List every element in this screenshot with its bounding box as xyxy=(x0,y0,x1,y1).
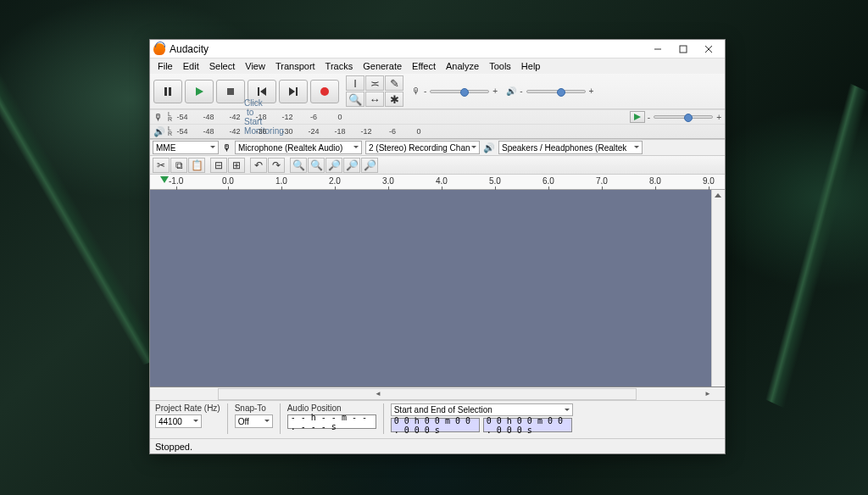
menu-effect[interactable]: Effect xyxy=(407,59,441,73)
recording-channels-combo[interactable]: 2 (Stereo) Recording Chan xyxy=(365,141,480,154)
envelope-tool-icon[interactable]: ≍ xyxy=(365,75,384,91)
audio-position-label: Audio Position xyxy=(287,403,376,413)
selection-end-input[interactable]: 0 0 h 0 0 m 0 0 . 0 0 0 s xyxy=(483,418,572,432)
app-icon xyxy=(153,43,165,55)
menu-select[interactable]: Select xyxy=(204,59,241,73)
redo-icon[interactable]: ↷ xyxy=(268,158,285,173)
selection-tool-icon[interactable]: I xyxy=(346,75,364,91)
svg-marker-13 xyxy=(634,114,641,120)
copy-icon[interactable]: ⧉ xyxy=(170,158,187,173)
recording-device-combo[interactable]: Microphone (Realtek Audio) xyxy=(235,141,362,154)
trim-icon[interactable]: ⊟ xyxy=(210,158,227,173)
audio-host-combo[interactable]: MME xyxy=(153,141,219,154)
snap-to-label: Snap-To xyxy=(235,403,273,413)
zoom-sel-icon[interactable]: 🔎 xyxy=(326,158,342,173)
menu-bar: File Edit Select View Transport Tracks G… xyxy=(150,58,725,74)
cut-icon[interactable]: ✂ xyxy=(153,158,170,173)
menu-file[interactable]: File xyxy=(153,59,178,73)
play-speed-slider[interactable]: - + xyxy=(648,113,721,122)
title-bar: Audacity xyxy=(150,40,725,58)
svg-marker-6 xyxy=(196,87,203,96)
record-button[interactable] xyxy=(310,80,339,103)
playback-volume-slider[interactable]: 🔊 - + xyxy=(506,86,593,96)
status-bar: Stopped. xyxy=(150,438,725,453)
silence-icon[interactable]: ⊞ xyxy=(228,158,245,173)
playback-meter[interactable]: 🔊 LR -54 -48 -42 -36 -30 -24 -18 -12 -6 … xyxy=(150,124,725,138)
tools-toolbar: I ≍ ✎ 🔍 ↔ ✱ xyxy=(346,75,403,107)
track-area[interactable] xyxy=(150,190,725,387)
rec-volume-track[interactable] xyxy=(430,90,489,93)
lr-label: LR xyxy=(168,126,172,136)
recording-meter[interactable]: 🎙 LR -54 -48 -42 Click to Start Monitori… xyxy=(150,109,725,124)
device-toolbar: MME 🎙 Microphone (Realtek Audio) 2 (Ster… xyxy=(150,139,725,156)
svg-rect-7 xyxy=(227,88,234,95)
snap-to-combo[interactable]: Off xyxy=(235,414,273,428)
zoom-out-icon[interactable]: 🔍 xyxy=(308,158,325,173)
play-at-speed-button[interactable] xyxy=(630,111,645,123)
zoom-tool-icon[interactable]: 🔍 xyxy=(346,92,364,107)
audio-position-display[interactable]: - - h - - m - - . - - - s xyxy=(287,414,376,429)
speaker-icon: 🔊 xyxy=(506,86,516,96)
mic-icon: 🎙 xyxy=(412,86,420,96)
menu-view[interactable]: View xyxy=(240,59,270,73)
menu-transport[interactable]: Transport xyxy=(270,59,320,73)
menu-tracks[interactable]: Tracks xyxy=(320,59,359,73)
menu-edit[interactable]: Edit xyxy=(178,59,204,73)
play-meter-scale: -54 -48 -42 -36 -30 -24 -18 -12 -6 0 xyxy=(176,127,721,136)
svg-marker-9 xyxy=(260,87,266,96)
minimize-button[interactable] xyxy=(645,41,670,58)
svg-rect-1 xyxy=(680,46,687,53)
svg-rect-11 xyxy=(296,87,298,96)
multi-tool-icon[interactable]: ✱ xyxy=(385,92,403,107)
svg-marker-10 xyxy=(289,87,295,96)
transport-toolbar-row: I ≍ ✎ 🔍 ↔ ✱ 🎙 - + 🔊 - + xyxy=(150,74,725,109)
lr-label: LR xyxy=(168,112,172,122)
project-rate-group: Project Rate (Hz) 44100 xyxy=(155,403,220,428)
svg-rect-5 xyxy=(169,87,171,96)
maximize-button[interactable] xyxy=(670,41,696,58)
undo-icon[interactable]: ↶ xyxy=(250,158,267,173)
status-text: Stopped. xyxy=(155,442,192,452)
playhead-marker-icon[interactable] xyxy=(160,176,169,187)
menu-analyze[interactable]: Analyze xyxy=(441,59,484,73)
audacity-window: Audacity File Edit Select View Transport… xyxy=(149,39,726,454)
menu-generate[interactable]: Generate xyxy=(358,59,407,73)
pause-button[interactable] xyxy=(153,80,182,103)
recording-volume-slider[interactable]: 🎙 - + xyxy=(412,86,498,96)
svg-rect-8 xyxy=(258,87,259,96)
vertical-scrollbar[interactable] xyxy=(711,190,725,387)
close-button[interactable] xyxy=(696,41,721,58)
mic-icon: 🎙 xyxy=(153,112,165,122)
toolbar-area: I ≍ ✎ 🔍 ↔ ✱ 🎙 - + 🔊 - + 🎙 xyxy=(150,74,725,139)
rec-meter-scale: -54 -48 -42 Click to Start Monitoring -1… xyxy=(176,113,627,121)
horizontal-scrollbar[interactable] xyxy=(150,387,725,401)
window-title: Audacity xyxy=(170,43,645,55)
selection-format-combo[interactable]: Start and End of Selection xyxy=(391,403,573,416)
speaker-icon: 🔊 xyxy=(483,142,495,153)
zoom-fit-icon[interactable]: 🔎 xyxy=(343,158,360,173)
timeshift-tool-icon[interactable]: ↔ xyxy=(365,92,384,107)
play-button[interactable] xyxy=(185,80,214,103)
playback-device-combo[interactable]: Speakers / Headphones (Realtek xyxy=(498,141,643,154)
project-rate-combo[interactable]: 44100 xyxy=(155,414,202,428)
zoom-toggle-icon[interactable]: 🔎 xyxy=(361,158,378,173)
stop-button[interactable] xyxy=(216,80,245,103)
svg-rect-4 xyxy=(164,87,167,96)
project-rate-label: Project Rate (Hz) xyxy=(155,403,220,413)
menu-help[interactable]: Help xyxy=(516,59,546,73)
selection-range-group: Start and End of Selection 0 0 h 0 0 m 0… xyxy=(391,403,573,432)
mic-icon: 🎙 xyxy=(222,142,231,153)
timeline-ruler[interactable]: -1.0 0.0 1.0 2.0 3.0 4.0 5.0 6.0 7.0 8.0… xyxy=(150,175,725,190)
speed-track[interactable] xyxy=(654,115,713,119)
zoom-in-icon[interactable]: 🔍 xyxy=(290,158,307,173)
speaker-icon: 🔊 xyxy=(153,126,165,137)
draw-tool-icon[interactable]: ✎ xyxy=(385,75,403,91)
skip-end-button[interactable] xyxy=(279,80,308,103)
menu-tools[interactable]: Tools xyxy=(484,59,516,73)
paste-icon[interactable]: 📋 xyxy=(188,158,205,173)
audio-position-group: Audio Position - - h - - m - - . - - - s xyxy=(287,403,376,429)
play-volume-track[interactable] xyxy=(526,90,586,93)
svg-point-12 xyxy=(320,87,329,96)
selection-start-input[interactable]: 0 0 h 0 0 m 0 0 . 0 0 0 s xyxy=(391,418,480,432)
selection-toolbar: Project Rate (Hz) 44100 Snap-To Off Audi… xyxy=(150,401,725,438)
